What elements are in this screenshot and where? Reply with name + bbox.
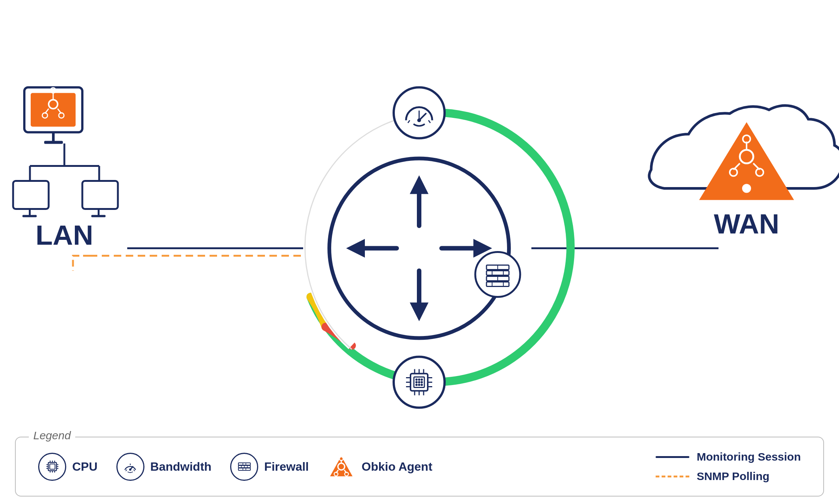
legend-cpu-icon-circle <box>38 453 66 481</box>
svg-text:WAN: WAN <box>714 208 779 239</box>
diagram-svg: LAN <box>0 0 839 504</box>
svg-point-59 <box>418 381 420 384</box>
legend-item-cpu: CPU <box>38 453 98 481</box>
svg-rect-107 <box>238 468 250 470</box>
legend-bandwidth-icon-circle <box>116 453 144 481</box>
dashed-line-sample <box>656 476 689 477</box>
svg-line-101 <box>134 470 135 471</box>
svg-rect-22 <box>98 209 100 216</box>
svg-rect-87 <box>50 464 55 469</box>
legend-snmp-polling: SNMP Polling <box>656 470 801 483</box>
legend-title: Legend <box>29 429 75 442</box>
legend-agent-icon <box>327 453 356 481</box>
legend-lines: Monitoring Session SNMP Polling <box>656 450 801 483</box>
legend-firewall-label: Firewall <box>264 460 309 474</box>
legend-item-agent: Obkio Agent <box>327 453 432 481</box>
legend-item-bandwidth: Bandwidth <box>116 453 212 481</box>
legend-container: Legend <box>15 437 824 497</box>
solid-line-sample <box>656 456 689 458</box>
svg-rect-23 <box>91 215 106 217</box>
svg-rect-105 <box>238 463 250 465</box>
svg-point-39 <box>417 119 421 122</box>
snmp-polling-label: SNMP Polling <box>697 470 769 483</box>
monitoring-session-label: Monitoring Session <box>697 450 801 463</box>
main-container: LAN <box>0 0 839 504</box>
cpu-icon <box>45 459 60 474</box>
svg-point-58 <box>415 381 418 384</box>
svg-marker-115 <box>330 456 353 476</box>
svg-rect-21 <box>82 181 118 209</box>
svg-point-104 <box>129 468 131 471</box>
legend-bandwidth-label: Bandwidth <box>150 460 212 474</box>
svg-point-64 <box>475 252 520 297</box>
svg-point-55 <box>415 379 418 381</box>
svg-point-62 <box>418 384 420 386</box>
svg-rect-13 <box>44 141 63 144</box>
speedometer-icon <box>122 458 138 475</box>
svg-point-56 <box>418 379 420 381</box>
firewall-icon <box>236 458 253 475</box>
agent-triangle-icon <box>329 455 354 479</box>
svg-rect-20 <box>22 215 37 217</box>
svg-point-61 <box>415 384 418 386</box>
svg-rect-19 <box>29 209 31 216</box>
svg-text:LAN: LAN <box>36 219 93 251</box>
svg-rect-12 <box>52 132 55 142</box>
svg-point-60 <box>421 381 423 384</box>
legend-item-firewall: Firewall <box>230 453 309 481</box>
svg-point-63 <box>421 384 423 386</box>
legend-cpu-label: CPU <box>72 460 98 474</box>
svg-point-84 <box>742 184 751 193</box>
svg-line-100 <box>126 470 127 471</box>
svg-point-57 <box>421 379 423 381</box>
svg-rect-18 <box>13 181 49 209</box>
legend-firewall-icon-circle <box>230 453 258 481</box>
legend-agent-label: Obkio Agent <box>361 460 432 474</box>
legend-monitoring-session: Monitoring Session <box>656 450 801 463</box>
